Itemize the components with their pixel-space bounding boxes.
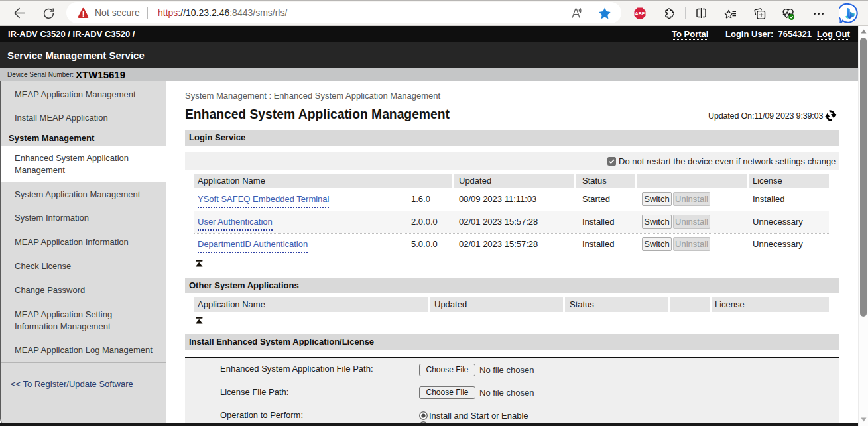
svg-text:ABP: ABP — [635, 11, 645, 16]
